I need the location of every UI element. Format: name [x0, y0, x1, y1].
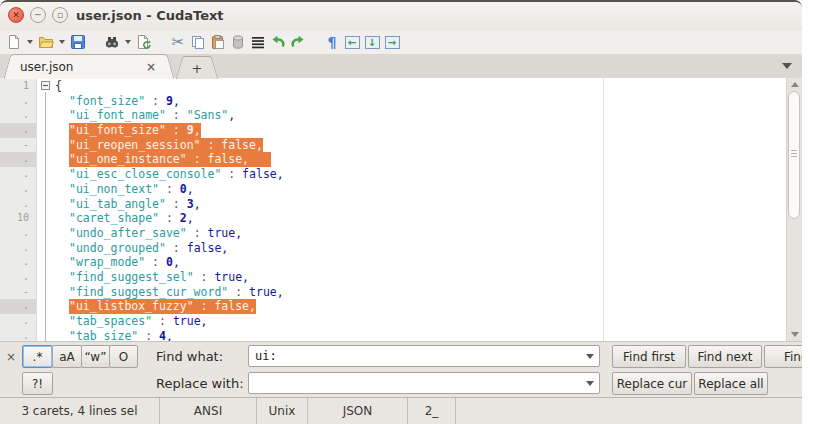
close-window-icon[interactable]: ✕	[8, 7, 24, 23]
code-line[interactable]: "undo_grouped" : false,	[55, 241, 782, 256]
maximize-window-icon[interactable]: ▫	[52, 7, 68, 23]
gutter-cell[interactable]: .	[0, 123, 36, 138]
gutter-cell[interactable]: -	[0, 138, 36, 153]
case-option-button[interactable]: aA	[52, 345, 82, 368]
selected-text: "ui_font_size" : 9,	[69, 123, 201, 138]
replace-history-dropdown-icon[interactable]	[586, 381, 594, 386]
delete-icon[interactable]	[228, 32, 248, 52]
status-line-ends-cell[interactable]: Unix	[257, 398, 308, 424]
find-dropdown-icon[interactable]	[125, 40, 131, 44]
scrollbar-thumb[interactable]	[788, 91, 800, 219]
redo-icon[interactable]	[288, 32, 308, 52]
gutter-cell[interactable]: .	[0, 314, 36, 329]
app-window: ✕ ─ ▫ user.json - CudaText ✂	[0, 0, 802, 424]
open-file-dropdown-icon[interactable]	[59, 40, 65, 44]
gutter-cell[interactable]: .	[0, 94, 36, 109]
gutter-cell[interactable]: 1	[0, 79, 36, 94]
move-down-icon[interactable]: ↓	[362, 32, 382, 52]
reload-file-icon[interactable]	[134, 32, 154, 52]
code-line[interactable]: "ui_font_name" : "Sans",	[55, 108, 782, 123]
indent-icon[interactable]: →	[382, 32, 402, 52]
selected-text: "ui_reopen_session" : false,	[69, 138, 263, 153]
code-line[interactable]: {	[55, 79, 782, 94]
confirm-replace-button[interactable]: ?!	[22, 372, 53, 395]
titlebar: ✕ ─ ▫ user.json - CudaText	[0, 0, 802, 30]
status-encoding-cell[interactable]: ANSI	[160, 398, 257, 424]
line-text: "wrap_mode" : 0,	[69, 255, 180, 270]
new-file-icon[interactable]	[4, 32, 24, 52]
gutter-cell[interactable]: .	[0, 226, 36, 241]
code-line[interactable]: "undo_after_save" : true,	[55, 226, 782, 241]
replace-input[interactable]	[248, 372, 600, 394]
line-text: "find_suggest_cur_word" : true,	[69, 285, 284, 300]
code-line[interactable]: "font_size" : 9,	[55, 94, 782, 109]
paste-icon[interactable]	[208, 32, 228, 52]
gutter-cell[interactable]: .	[0, 299, 36, 314]
code-line[interactable]: "ui_listbox_fuzzy" : false,	[55, 299, 782, 314]
line-text: "ui_font_name" : "Sans",	[69, 108, 235, 123]
code-line[interactable]: "ui_non_text" : 0,	[55, 182, 782, 197]
status-message-cell	[456, 398, 802, 424]
find-prev-button[interactable]: Find prev	[764, 345, 802, 368]
replace-all-button[interactable]: Replace all	[694, 372, 768, 395]
status-tab-cell[interactable]: 2_	[408, 398, 456, 424]
code-line[interactable]: "wrap_mode" : 0,	[55, 255, 782, 270]
gutter-cell[interactable]: .	[0, 241, 36, 256]
tab-list-dropdown-icon[interactable]	[782, 63, 792, 69]
gutter-cell[interactable]: .	[0, 152, 36, 167]
find-first-button[interactable]: Find first	[612, 345, 686, 368]
line-text: "ui_tab_angle" : 3,	[69, 197, 201, 212]
new-file-dropdown-icon[interactable]	[27, 40, 33, 44]
select-all-icon[interactable]	[248, 32, 268, 52]
code-line[interactable]: "ui_one_instance" : false,	[55, 152, 782, 167]
code-area[interactable]: {"font_size" : 9,"ui_font_name" : "Sans"…	[55, 79, 782, 343]
copy-icon[interactable]	[188, 32, 208, 52]
find-input[interactable]	[248, 345, 600, 367]
line-text: {	[55, 79, 62, 94]
selected-text: "ui_one_instance" : false,	[69, 152, 271, 167]
gutter-cell[interactable]: .	[0, 255, 36, 270]
right-margin-line	[603, 78, 604, 341]
fold-collapse-icon[interactable]	[41, 81, 50, 90]
gutter-cell[interactable]: 10	[0, 211, 36, 226]
cut-icon[interactable]: ✂	[168, 32, 188, 52]
code-line[interactable]: "find_suggest_cur_word" : true,	[55, 285, 782, 300]
save-file-icon[interactable]	[68, 32, 88, 52]
replace-with-label: Replace with:	[156, 376, 244, 391]
replace-cur-button[interactable]: Replace cur	[612, 372, 692, 395]
code-line[interactable]: "tab_spaces" : true,	[55, 314, 782, 329]
find-icon[interactable]	[102, 32, 122, 52]
find-history-dropdown-icon[interactable]	[586, 354, 594, 359]
scroll-down-icon[interactable]	[791, 332, 799, 337]
show-nonprinting-icon[interactable]: ¶	[322, 32, 342, 52]
words-option-button[interactable]: “w”	[81, 345, 110, 368]
code-line[interactable]: "ui_esc_close_console" : false,	[55, 167, 782, 182]
scroll-up-icon[interactable]	[791, 82, 799, 87]
open-file-icon[interactable]	[36, 32, 56, 52]
tab-close-icon[interactable]: ×	[146, 60, 158, 74]
status-lexer-cell[interactable]: JSON	[308, 398, 408, 424]
code-line[interactable]: "ui_font_size" : 9,	[55, 123, 782, 138]
code-line[interactable]: "ui_reopen_session" : false,	[55, 138, 782, 153]
undo-icon[interactable]	[268, 32, 288, 52]
unindent-icon[interactable]: ←	[342, 32, 362, 52]
tab-label: user.json	[20, 60, 73, 74]
gutter-cell[interactable]: .	[0, 270, 36, 285]
minimize-window-icon[interactable]: ─	[30, 7, 46, 23]
tab-user-json[interactable]: user.json ×	[14, 54, 164, 79]
gutter-cell[interactable]: .	[0, 182, 36, 197]
code-line[interactable]: "find_suggest_sel" : true,	[55, 270, 782, 285]
find-next-button[interactable]: Find next	[688, 345, 762, 368]
gutter-cell[interactable]: .	[0, 108, 36, 123]
new-tab-button[interactable]: +	[184, 56, 210, 79]
vertical-scrollbar[interactable]	[786, 78, 802, 341]
gutter-cell[interactable]: -	[0, 285, 36, 300]
regex-option-button[interactable]: .*	[22, 345, 53, 368]
code-line[interactable]: "ui_tab_angle" : 3,	[55, 197, 782, 212]
wrapped-option-button[interactable]: O	[109, 345, 138, 368]
code-line[interactable]: "caret_shape" : 2,	[55, 211, 782, 226]
line-text: "find_suggest_sel" : true,	[69, 270, 249, 285]
find-close-icon[interactable]: ×	[6, 350, 16, 364]
gutter-cell[interactable]: .	[0, 167, 36, 182]
gutter-cell[interactable]: .	[0, 197, 36, 212]
